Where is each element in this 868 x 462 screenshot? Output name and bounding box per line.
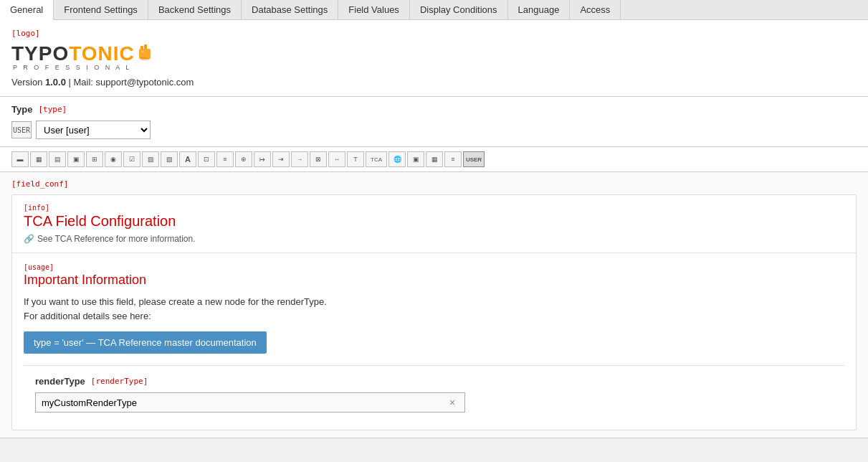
conf-card-body: [usage] Important Information If you wan… (12, 253, 856, 430)
toolbar-btn-21[interactable]: ▣ (407, 151, 424, 167)
version-prefix: Version (11, 77, 45, 88)
usage-line1: If you want to use this field, please cr… (24, 296, 327, 307)
toolbar-btn-1[interactable]: ▬ (11, 151, 29, 167)
logo-professional: P R O F E S S I O N A L (13, 64, 857, 71)
info-tag: [info] (24, 204, 844, 212)
type-tag: [type] (38, 105, 67, 114)
render-type-input[interactable] (35, 392, 465, 412)
tab-fieldvalues[interactable]: Field Values (338, 0, 410, 19)
mail-address: support@typotonic.com (96, 77, 194, 88)
conf-card: [info] TCA Field Configuration 🔗 See TCA… (11, 194, 857, 430)
mail-separator: | Mail: (66, 77, 96, 88)
toolbar-btn-7[interactable]: ☑ (123, 151, 140, 167)
toolbar-btn-5[interactable]: ⊞ (86, 151, 103, 167)
toolbar-btn-8[interactable]: ▨ (142, 151, 159, 167)
toolbar-btn-tca[interactable]: TCA (366, 151, 387, 167)
doc-button[interactable]: type = 'user' — TCA Reference master doc… (24, 331, 267, 354)
render-tag: [renderType] (91, 377, 148, 386)
tab-database[interactable]: Database Settings (242, 0, 338, 19)
render-clear-button[interactable]: × (447, 397, 458, 408)
render-label: renderType (35, 376, 85, 387)
type-section: Type [type] USER User [user] Input Text … (0, 97, 868, 147)
toolbar-btn-23[interactable]: ≡ (444, 151, 462, 167)
conf-card-desc: 🔗 See TCA Reference for more information… (24, 234, 844, 244)
toolbar-btn-22[interactable]: ▦ (426, 151, 443, 167)
toolbar-btn-9[interactable]: ▧ (161, 151, 178, 167)
conf-card-desc-text: See TCA Reference for more information. (37, 234, 196, 244)
cup-icon (137, 43, 153, 62)
toolbar-btn-17[interactable]: ⊠ (310, 151, 327, 167)
conf-card-header: [info] TCA Field Configuration 🔗 See TCA… (12, 195, 856, 253)
svg-rect-2 (144, 44, 147, 49)
logo-area: TYPOTONIC P R O F E S S I O N A L (11, 42, 857, 71)
field-conf-section: [field_conf] [info] TCA Field Configurat… (0, 172, 868, 438)
toolbar-btn-user[interactable]: USER (463, 151, 485, 167)
usage-tag: [usage] (24, 263, 844, 271)
toolbar-btn-globe[interactable]: 🌐 (388, 151, 406, 167)
usage-title: Important Information (24, 273, 844, 288)
logo-typo: TYPO (11, 42, 69, 65)
version-line: Version 1.0.0 | Mail: support@typotonic.… (11, 77, 857, 88)
tabs-bar: General Frontend Settings Backend Settin… (0, 0, 868, 20)
toolbar-btn-10[interactable]: A (179, 151, 196, 167)
toolbar-btn-4[interactable]: ▣ (67, 151, 85, 167)
toolbar-btn-12[interactable]: ≡ (216, 151, 234, 167)
version-number: 1.0.0 (45, 77, 66, 88)
svg-point-3 (140, 57, 150, 60)
conf-card-title: TCA Field Configuration (24, 213, 844, 230)
tab-backend[interactable]: Backend Settings (148, 0, 242, 19)
tab-access[interactable]: Access (570, 0, 621, 19)
usage-line2: For additional details see here: (24, 311, 151, 321)
user-select-row: USER User [user] Input Text Check Select (11, 121, 857, 139)
render-type-section: renderType [renderType] × (24, 365, 844, 420)
type-select[interactable]: User [user] Input Text Check Select (36, 121, 151, 139)
svg-rect-1 (140, 46, 143, 50)
svg-rect-0 (139, 49, 151, 59)
toolbar-btn-15[interactable]: ⇥ (272, 151, 290, 167)
link-icon: 🔗 (24, 234, 34, 244)
field-conf-tag: [field_conf] (11, 179, 857, 189)
page-content: [logo] TYPOTONIC P R O F E S S I O N A L… (0, 20, 868, 438)
logo-section: [logo] TYPOTONIC P R O F E S S I O N A L… (0, 20, 868, 97)
toolbar-btn-18[interactable]: ↔ (328, 151, 345, 167)
render-input-row: × (35, 392, 833, 412)
render-label-row: renderType [renderType] (35, 376, 833, 387)
toolbar-btn-3[interactable]: ▤ (49, 151, 66, 167)
svg-point-4 (141, 51, 143, 53)
toolbar-btn-16[interactable]: → (291, 151, 308, 167)
tab-general[interactable]: General (0, 0, 54, 20)
logo-tonic: TONIC (69, 42, 135, 65)
type-label-row: Type [type] (11, 104, 857, 115)
toolbar-btn-11[interactable]: ⊡ (198, 151, 215, 167)
usage-text: If you want to use this field, please cr… (24, 295, 844, 323)
logo-tag: [logo] (11, 29, 857, 38)
toolbar-btn-19[interactable]: T (347, 151, 364, 167)
toolbar-row: ▬ ▦ ▤ ▣ ⊞ ◉ ☑ ▨ ▧ A ⊡ ≡ ⊕ ↦ ⇥ → ⊠ ↔ T TC… (0, 147, 868, 172)
logo-text: TYPOTONIC (11, 42, 857, 65)
toolbar-btn-14[interactable]: ↦ (254, 151, 271, 167)
type-field-label: Type (11, 104, 32, 115)
tab-language[interactable]: Language (508, 0, 571, 19)
toolbar-btn-13[interactable]: ⊕ (235, 151, 252, 167)
tab-frontend[interactable]: Frontend Settings (54, 0, 148, 19)
toolbar-btn-6[interactable]: ◉ (105, 151, 122, 167)
tab-displayconditions[interactable]: Display Conditions (410, 0, 508, 19)
user-icon-box: USER (11, 121, 32, 138)
toolbar-btn-2[interactable]: ▦ (30, 151, 47, 167)
